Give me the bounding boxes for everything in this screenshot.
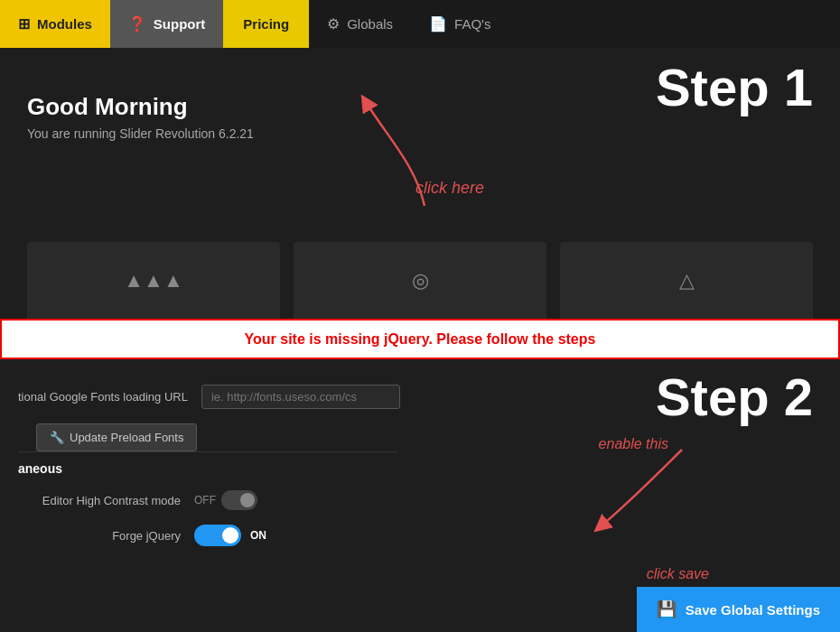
grid-icon: ⊞ xyxy=(18,15,30,33)
step2-enable-arrow xyxy=(583,441,700,540)
alert-banner: Your site is missing jQuery. Please foll… xyxy=(0,319,840,359)
off-label: OFF xyxy=(194,494,216,507)
gear-icon: ⚙ xyxy=(327,15,340,33)
file-icon: 📄 xyxy=(429,15,447,33)
wrench-icon: 🔧 xyxy=(50,431,64,444)
click-save-annotation: click save xyxy=(647,566,709,582)
toggle-thumb xyxy=(240,493,255,507)
top-navigation: ⊞ Modules ❓ Support Pricing ⚙ Globals 📄 … xyxy=(0,0,840,48)
toggle-track-on xyxy=(194,525,241,546)
update-preload-fonts-button[interactable]: 🔧 Update Preload Fonts xyxy=(36,423,197,451)
high-contrast-toggle[interactable]: OFF xyxy=(194,490,257,510)
high-contrast-row: Editor High Contrast mode OFF xyxy=(0,483,560,517)
module-card-1: ▲▲▲ xyxy=(27,242,280,319)
support-tab[interactable]: ❓ Support xyxy=(110,0,224,48)
toggle-thumb-on xyxy=(222,527,238,544)
save-global-settings-button[interactable]: 💾 Save Global Settings xyxy=(637,587,840,632)
toggle-track-off xyxy=(221,490,257,510)
forge-jquery-label: Forge jQuery xyxy=(18,529,181,543)
step1-heading: Step 1 xyxy=(656,57,813,117)
module-card-row: ▲▲▲ ◎ △ xyxy=(27,242,813,319)
on-label: ON xyxy=(250,529,266,542)
alert-message: Your site is missing jQuery. Please foll… xyxy=(245,331,596,348)
module-card-3: △ xyxy=(560,242,813,319)
step1-panel: Step 1 Good Morning You are running Slid… xyxy=(0,48,840,319)
font-url-label: tional Google Fonts loading URL xyxy=(18,390,188,404)
font-url-input[interactable] xyxy=(201,385,400,409)
miscellaneous-heading: aneous xyxy=(0,452,560,483)
forge-jquery-toggle[interactable]: ON xyxy=(194,525,266,546)
step2-panel: Step 2 tional Google Fonts loading URL 🔧… xyxy=(0,359,840,632)
click-here-annotation: click here xyxy=(415,179,484,198)
module-card-2: ◎ xyxy=(294,242,546,319)
high-contrast-label: Editor High Contrast mode xyxy=(18,494,181,507)
globals-tab[interactable]: ⚙ Globals xyxy=(309,0,411,48)
font-url-row: tional Google Fonts loading URL xyxy=(0,377,560,416)
forge-jquery-row: Forge jQuery ON xyxy=(0,517,560,553)
save-icon: 💾 xyxy=(657,599,677,619)
settings-panel: tional Google Fonts loading URL 🔧 Update… xyxy=(0,359,560,553)
pricing-tab[interactable]: Pricing xyxy=(223,0,309,48)
faqs-tab[interactable]: 📄 FAQ's xyxy=(411,0,509,48)
question-icon: ❓ xyxy=(128,15,146,33)
modules-tab[interactable]: ⊞ Modules xyxy=(0,0,110,48)
step2-heading: Step 2 xyxy=(656,367,813,427)
